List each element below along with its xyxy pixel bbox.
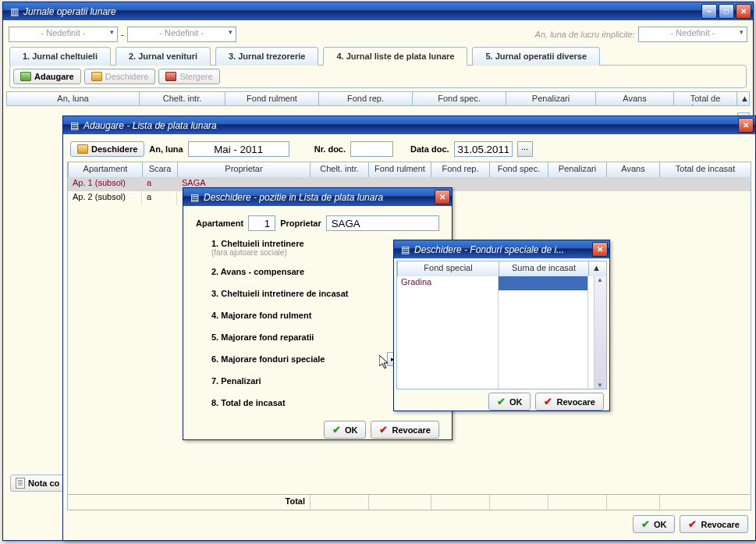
funds-ok-button[interactable]: ✔OK: [488, 393, 531, 411]
check-icon: ✔: [688, 518, 697, 530]
table-row[interactable]: Gradina: [397, 276, 594, 290]
main-titlebar[interactable]: ▥ Jurnale operatii lunare – □ ✕: [3, 2, 753, 20]
doc-icon: ▤: [399, 244, 411, 256]
doc-icon: ▤: [68, 119, 80, 132]
acol-cheltintr[interactable]: Chelt. intr.: [310, 162, 368, 177]
col-total[interactable]: Total de incasat: [673, 92, 736, 105]
add-close-button[interactable]: ✕: [738, 118, 754, 133]
col-penalizari[interactable]: Penalizari: [506, 92, 595, 105]
position-title: Deschidere - pozitie in Lista de plata l…: [204, 192, 435, 203]
add-toolbar: Deschidere An, luna Nr. doc. Data doc. .…: [67, 138, 751, 160]
add-titlebar[interactable]: ▤ Adaugare - Lista de plata lunara ✕: [63, 116, 755, 134]
position-titlebar[interactable]: ▤ Deschidere - pozitie in Lista de plata…: [183, 188, 452, 206]
doc-icon: ▤: [188, 191, 201, 204]
default-period-combo[interactable]: - Nedefinit -: [638, 27, 747, 42]
position-cancel-button[interactable]: ✔Revocare: [371, 421, 439, 439]
check-icon: ✔: [497, 396, 506, 407]
add-open-button[interactable]: Deschidere: [70, 141, 144, 157]
fcol-sb: ▲: [588, 261, 601, 276]
tabs: 1. Jurnal cheltuieli 2. Jurnal venituri …: [6, 47, 750, 66]
check-icon: ✔: [641, 518, 650, 530]
col-cheltintr[interactable]: Chelt. intr.: [139, 92, 225, 105]
minimize-button[interactable]: –: [701, 4, 717, 19]
add-total-row: Total: [68, 494, 751, 510]
funds-footer: ✔OK ✔Revocare: [396, 389, 607, 414]
acol-penalizari[interactable]: Penalizari: [548, 162, 606, 177]
acol-proprietar[interactable]: Proprietar: [177, 162, 310, 177]
acol-fondrulment[interactable]: Fond rulment: [368, 162, 431, 177]
funds-title: Deschidere - Fonduri speciale de i...: [414, 244, 592, 255]
funds-cancel-button[interactable]: ✔Revocare: [535, 393, 604, 411]
table-row[interactable]: [397, 375, 594, 389]
check-icon: ✔: [379, 424, 388, 436]
funds-vscrollbar[interactable]: [594, 276, 606, 389]
col-fondspec[interactable]: Fond spec.: [412, 92, 506, 105]
col-avans[interactable]: Avans: [595, 92, 673, 105]
acol-scara[interactable]: Scara: [142, 162, 177, 177]
funds-grid: Fond special Suma de incasat ▲ Gradina: [396, 261, 607, 389]
table-row[interactable]: [397, 290, 594, 304]
table-row[interactable]: [397, 361, 594, 375]
add-ok-button[interactable]: ✔OK: [633, 515, 676, 533]
proprietar-input[interactable]: [326, 215, 439, 231]
main-title: Jurnale operatii lunare: [23, 6, 701, 17]
add-title: Adaugare - Lista de plata lunara: [83, 120, 738, 131]
datadoc-picker[interactable]: ...: [517, 141, 533, 157]
year-combo[interactable]: - Nedefinit -: [9, 27, 118, 42]
tab-liste-plata[interactable]: 4. Jurnal liste de plata lunare: [323, 47, 467, 66]
position-ok-button[interactable]: ✔OK: [324, 421, 367, 439]
datadoc-label: Data doc.: [410, 144, 449, 154]
anluna-label: An, luna: [149, 144, 183, 154]
crud-toolbar: Adaugare Deschidere Stergere: [9, 65, 747, 88]
close-button[interactable]: ✕: [736, 4, 751, 19]
add-grid-header: Apartament Scara Proprietar Chelt. intr.…: [68, 162, 751, 177]
maximize-button[interactable]: □: [719, 4, 734, 19]
month-combo[interactable]: - Nedefinit -: [127, 27, 236, 42]
note-button[interactable]: Nota co: [10, 475, 65, 492]
table-row[interactable]: [397, 318, 594, 332]
acol-fondrep[interactable]: Fond rep.: [431, 162, 489, 177]
fcol-suma[interactable]: Suma de incasat: [499, 261, 588, 276]
folder-open-icon: [91, 72, 102, 81]
filter-row: - Nedefinit - - - Nedefinit - An, luna d…: [6, 23, 750, 45]
folder-delete-icon: [165, 72, 176, 81]
open-button[interactable]: Deschidere: [84, 69, 156, 84]
nrdoc-input[interactable]: [350, 141, 393, 157]
folder-add-icon: [20, 72, 31, 81]
table-row[interactable]: [397, 347, 594, 361]
acol-apartament[interactable]: Apartament: [68, 162, 142, 177]
apartament-label: Apartament: [196, 219, 243, 228]
add-cancel-button[interactable]: ✔Revocare: [680, 515, 748, 533]
position-close-button[interactable]: ✕: [435, 190, 450, 204]
check-icon: ✔: [332, 424, 341, 436]
table-row[interactable]: [397, 304, 594, 318]
acol-avans[interactable]: Avans: [606, 162, 659, 177]
funds-window: ▤ Deschidere - Fonduri speciale de i... …: [393, 240, 610, 411]
default-period-label: An, luna de lucru implicite:: [535, 30, 635, 39]
dash: -: [121, 30, 124, 39]
add-footer: ✔OK ✔Revocare: [67, 512, 751, 536]
funds-close-button[interactable]: ✕: [592, 242, 608, 257]
col-fondrep[interactable]: Fond rep.: [318, 92, 412, 105]
delete-button[interactable]: Stergere: [158, 69, 219, 84]
tab-cheltuieli[interactable]: 1. Jurnal cheltuieli: [9, 47, 111, 66]
tab-venituri[interactable]: 2. Jurnal venituri: [115, 47, 211, 66]
acol-total[interactable]: Total de incasat: [659, 162, 751, 177]
tab-diverse[interactable]: 5. Jurnal operatii diverse: [472, 47, 600, 66]
acol-fondspec[interactable]: Fond spec.: [489, 162, 548, 177]
datadoc-input[interactable]: [454, 141, 513, 157]
add-button[interactable]: Adaugare: [13, 69, 81, 84]
funds-grid-body[interactable]: Gradina: [397, 276, 594, 389]
anluna-input[interactable]: [188, 141, 289, 157]
apartament-input[interactable]: [248, 215, 275, 231]
funds-titlebar[interactable]: ▤ Deschidere - Fonduri speciale de i... …: [394, 240, 609, 258]
fcol-fond[interactable]: Fond special: [397, 261, 499, 276]
proprietar-label: Proprietar: [280, 219, 321, 228]
table-row[interactable]: [397, 332, 594, 347]
check-icon: ✔: [544, 396, 552, 407]
tab-trezorerie[interactable]: 3. Jurnal trezorerie: [215, 47, 318, 66]
col-anluna[interactable]: An, luna: [6, 92, 139, 105]
app-icon: ▥: [8, 5, 20, 18]
col-scroll-head: ▲: [736, 92, 749, 105]
col-fondrulment[interactable]: Fond rulment: [225, 92, 318, 105]
